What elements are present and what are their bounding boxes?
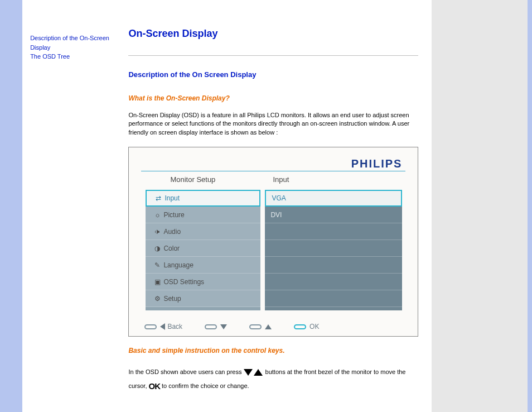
question-heading: What is the On-Screen Display? [128,94,418,102]
instr-pre: In the OSD shown above users can press [128,368,241,375]
osd-menu-item[interactable]: ✎Language [146,257,260,274]
osd-menu-item[interactable]: ⚙Setup [146,290,260,307]
osd-option-empty [265,274,402,290]
osd-menu-label: Color [163,245,180,252]
osd-menu-item[interactable]: ▣OSD Settings [146,274,260,290]
osd-footer: Back OK [144,323,402,330]
osd-menu-item[interactable]: ☼Picture [146,207,260,223]
osd-option-item[interactable]: DVI [265,207,402,223]
sidebar-nav: Description of the On-Screen Display The… [22,0,128,412]
triangle-up-icon [254,369,263,376]
osd-menu-label: Picture [163,211,184,219]
instruction-text: In the OSD shown above users can press b… [128,366,418,395]
title-rule [128,55,418,56]
color-icon: ◑ [151,245,163,252]
column-header-right: Input [273,175,289,184]
sidebar-link-osd-tree[interactable]: The OSD Tree [30,52,122,61]
osd-option-label: DVI [270,211,282,219]
section-title: Description of the On Screen Display [128,70,418,79]
osd-menu-item[interactable]: ⇄Input [146,190,260,207]
osd-menu-label: Setup [163,295,181,303]
osd-option-label: VGA [272,194,286,202]
triangle-down-icon [244,369,253,376]
intro-paragraph: On-Screen Display (OSD) is a feature in … [128,111,418,137]
footer-down-button[interactable] [205,324,227,329]
osd-screenshot: PHILIPS Monitor Setup Input ⇄Input☼Pictu… [128,147,418,337]
sidebar-link-description[interactable]: Description of the On-Screen Display [30,33,122,52]
ok-glyph-icon: OK [149,381,161,391]
osd-option-item[interactable]: VGA [265,190,402,207]
right-blue-strip [528,0,532,412]
osd-menu-item[interactable]: ◑Color [146,240,260,257]
arrow-down-icon [220,324,227,329]
instruction-heading: Basic and simple instruction on the cont… [128,347,418,354]
arrow-left-icon [160,323,165,330]
osd-option-empty [265,223,402,240]
osd-option-empty [265,240,402,257]
osd-settings-icon: ▣ [151,278,163,286]
page-title: On-Screen Display [128,28,418,40]
instr-post: to confirm the choice or change. [162,382,249,389]
footer-back-button[interactable]: Back [144,323,182,330]
osd-menu-item[interactable]: 🕩Audio [146,223,260,240]
osd-menu-label: Input [165,194,180,202]
input-icon: ⇄ [152,194,165,202]
column-header-left: Monitor Setup [170,175,215,184]
osd-menu-label: Audio [163,228,181,236]
footer-ok-button[interactable]: OK [294,323,319,330]
setup-icon: ⚙ [151,295,163,303]
audio-icon: 🕩 [151,228,163,236]
brand-logo: PHILIPS [351,157,403,170]
right-grey-margin [432,0,528,412]
osd-options-column: VGADVI [265,190,402,310]
picture-icon: ☼ [151,211,163,219]
led-icon [205,324,217,329]
main-content: On-Screen Display Description of the On … [128,0,432,412]
language-icon: ✎ [151,261,163,269]
osd-menu-column: ⇄Input☼Picture🕩Audio◑Color✎Language▣OSD … [146,190,260,310]
brand-rule [141,171,405,171]
led-lit-icon [294,324,306,329]
footer-up-button[interactable] [249,324,272,329]
footer-back-label: Back [167,323,182,330]
left-margin-strip [0,0,22,412]
osd-option-empty [265,290,402,307]
osd-option-empty [265,257,402,274]
arrow-up-icon [265,324,272,329]
led-icon [249,324,262,329]
osd-menu-label: OSD Settings [163,278,204,286]
led-icon [144,324,157,329]
osd-menu-label: Language [163,261,193,269]
footer-ok-label: OK [309,323,319,330]
